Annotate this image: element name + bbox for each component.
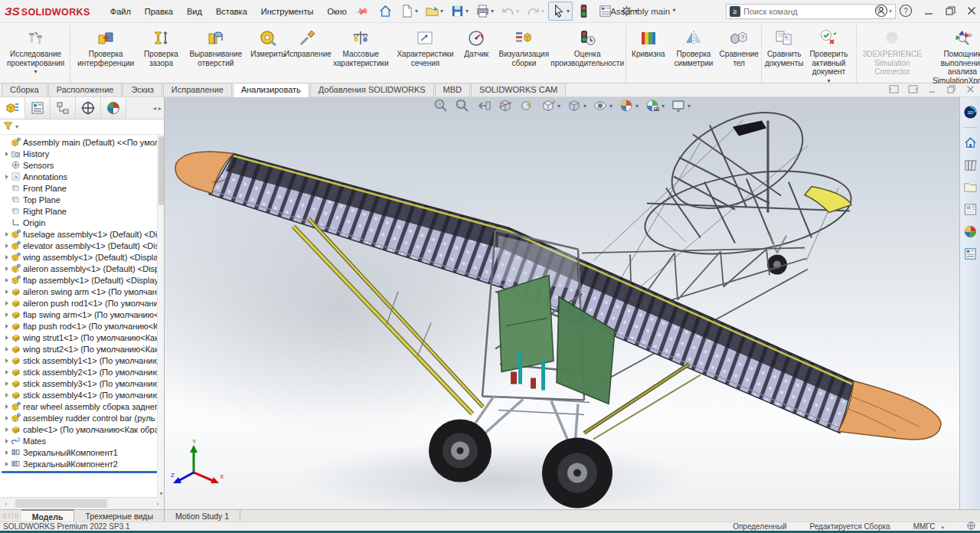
hscroll-right-arrow[interactable]: ›: [153, 500, 162, 508]
ribbon-button-check-active-document[interactable]: Проверить активный документ▾: [804, 26, 854, 87]
tab-исправление[interactable]: Исправление: [163, 83, 232, 96]
ribbon-collapse-button[interactable]: ︿: [968, 64, 975, 75]
tree-item[interactable]: wing strut2<1> (По умолчанию<Как обработ…: [0, 343, 164, 355]
tree-item[interactable]: elevator assembly<1> (Default) <Display …: [0, 240, 164, 251]
apply-scene-button[interactable]: ▾: [644, 97, 665, 114]
tree-expand-arrow[interactable]: [3, 175, 11, 179]
doc-close-button[interactable]: [965, 84, 975, 96]
zoom-area-button[interactable]: [454, 97, 471, 114]
tab-сборка[interactable]: Сборка: [2, 83, 47, 96]
tree-expand-arrow[interactable]: [3, 381, 11, 386]
tree-expand-arrow[interactable]: [3, 232, 11, 237]
tree-expand-arrow[interactable]: [3, 244, 11, 248]
ribbon-button-repair[interactable]: Исправление: [288, 26, 328, 61]
tree-item[interactable]: ЗеркальныйКомпонент2: [0, 458, 164, 469]
user-account-icon[interactable]: [874, 4, 888, 19]
tab-mbd[interactable]: MBD: [435, 83, 470, 96]
tree-item[interactable]: Assembly main (Default) <<По умолчанию>_…: [0, 136, 164, 148]
tree-item[interactable]: stick assembly2<1> (По умолчанию<Как обр…: [0, 366, 164, 378]
tree-item[interactable]: Origin: [0, 217, 164, 228]
tree-item[interactable]: fuselage assembly<1> (Default) <Display …: [0, 228, 164, 240]
print-button[interactable]: ▾: [472, 2, 497, 21]
select-cursor-button[interactable]: ▾: [548, 2, 573, 21]
tree-expand-arrow[interactable]: [3, 255, 11, 260]
tags-globe-icon[interactable]: [967, 522, 975, 531]
ribbon-button-interference-check[interactable]: Проверка интерференции: [73, 26, 139, 70]
tree-item[interactable]: cable<1> (По умолчанию<Как обработанный>…: [0, 423, 164, 435]
tree-item[interactable]: Front Plane: [0, 182, 164, 194]
tree-item[interactable]: Top Plane: [0, 194, 164, 205]
tab-добавления-solidworks[interactable]: Добавления SOLIDWORKS: [310, 83, 434, 96]
ribbon-button-assembly-visualization[interactable]: Визуализация сборки: [496, 26, 551, 70]
tab-solidworks-cam[interactable]: SOLIDWORKS CAM: [471, 83, 566, 96]
doc-tab-motion-study-1[interactable]: Motion Study 1: [165, 510, 240, 522]
aircraft-assembly-model[interactable]: [165, 97, 959, 509]
display-style-button[interactable]: ▾: [566, 97, 587, 114]
tree-expand-arrow[interactable]: [3, 462, 11, 466]
tree-item[interactable]: Sensors: [0, 159, 164, 171]
home-pane-button[interactable]: [962, 134, 979, 152]
status-units[interactable]: ММГС ▴: [913, 522, 944, 531]
panel-tab-propertymanager[interactable]: [25, 97, 51, 119]
tree-item[interactable]: Mates: [0, 435, 164, 446]
appearances-button[interactable]: [962, 223, 979, 240]
tree-item[interactable]: ЗеркальныйКомпонент1: [0, 446, 164, 458]
ribbon-button-compare-bodies[interactable]: ?Сравнение тел: [719, 26, 759, 70]
window-restore-button[interactable]: [945, 5, 956, 18]
search-input[interactable]: [743, 7, 873, 16]
rollback-bar[interactable]: [2, 471, 158, 473]
doc-tab-трехмерные-виды[interactable]: Трехмерные виды: [74, 510, 165, 522]
ribbon-button-symmetry-check[interactable]: Проверка симметрии: [668, 26, 719, 70]
graphics-viewport[interactable]: ▾▾▾▾▾▾: [165, 97, 959, 509]
ribbon-button-measure[interactable]: Измерить: [248, 26, 288, 61]
panel-tab-scroll-arrows[interactable]: ◂▸: [126, 97, 164, 119]
window-close-button[interactable]: [966, 5, 977, 18]
pin-icon[interactable]: 📌: [354, 3, 369, 18]
tree-vscroll-down-arrow[interactable]: ▼: [158, 491, 164, 496]
ribbon-button-hole-alignment[interactable]: Выравнивание отверстий: [184, 26, 248, 70]
ribbon-button-curvature[interactable]: Кривизна: [629, 26, 668, 61]
open-button[interactable]: ▾: [422, 2, 446, 21]
ribbon-button-compare-documents[interactable]: =Сравнить документы: [764, 26, 804, 70]
view-orientation-button[interactable]: ▾: [540, 97, 561, 114]
3dexperience-button[interactable]: 3D: [962, 103, 979, 121]
tree-expand-arrow[interactable]: [3, 358, 11, 363]
ribbon-button-clearance-check[interactable]: Проверка зазора: [139, 26, 184, 70]
tree-expand-arrow[interactable]: [3, 266, 11, 271]
hscroll-left-arrow[interactable]: ‹: [2, 500, 11, 508]
tree-vertical-scrollbar[interactable]: ▼: [157, 135, 164, 497]
collapse-right-pane-icon[interactable]: [908, 84, 918, 96]
tree-item[interactable]: aileron swing arm <1> (По умолчанию<Как …: [0, 286, 164, 297]
menu-файл[interactable]: Файл: [104, 5, 137, 18]
tree-expand-arrow[interactable]: [3, 393, 11, 397]
home-button[interactable]: [375, 2, 396, 21]
tree-item[interactable]: wing strut1<1> (По умолчанию<Как обработ…: [0, 332, 164, 343]
tree-expand-arrow[interactable]: [3, 450, 11, 455]
section-view-button[interactable]: [497, 97, 514, 114]
tree-expand-arrow[interactable]: [3, 439, 11, 443]
ribbon-button-mass-properties[interactable]: Массовые характеристики: [328, 26, 394, 70]
new-document-button[interactable]: ▾: [397, 2, 421, 21]
doc-minimize-button[interactable]: [927, 84, 937, 96]
tree-item[interactable]: stick assembly3<1> (По умолчанию<Как обр…: [0, 378, 164, 389]
tree-expand-arrow[interactable]: [3, 301, 11, 306]
hscroll-track[interactable]: [12, 499, 152, 508]
tab-эскиз[interactable]: Эскиз: [122, 83, 162, 96]
menu-окно[interactable]: Окно: [321, 5, 353, 18]
tree-expand-arrow[interactable]: [3, 312, 11, 317]
view-settings-button[interactable]: ▾: [670, 97, 691, 114]
design-library-button[interactable]: [962, 156, 979, 174]
hide-show-items-button[interactable]: ▾: [592, 97, 613, 114]
units-caret-icon[interactable]: ▴: [941, 524, 944, 530]
tree-horizontal-scrollbar[interactable]: ‹ ›: [0, 497, 164, 509]
tab-расположение[interactable]: Расположение: [48, 83, 122, 96]
tree-expand-arrow[interactable]: [3, 416, 11, 420]
menu-правка[interactable]: Правка: [139, 5, 179, 18]
tree-expand-arrow[interactable]: [3, 335, 11, 340]
edit-appearance-button[interactable]: ▾: [618, 97, 639, 114]
collapse-left-pane-icon[interactable]: [889, 84, 899, 96]
tree-item[interactable]: flap assembly<1> (Default) <Display Stat…: [0, 274, 164, 286]
previous-view-button[interactable]: [475, 97, 492, 114]
menu-вид[interactable]: Вид: [181, 5, 208, 18]
filter-caret-icon[interactable]: ▾: [15, 123, 18, 130]
